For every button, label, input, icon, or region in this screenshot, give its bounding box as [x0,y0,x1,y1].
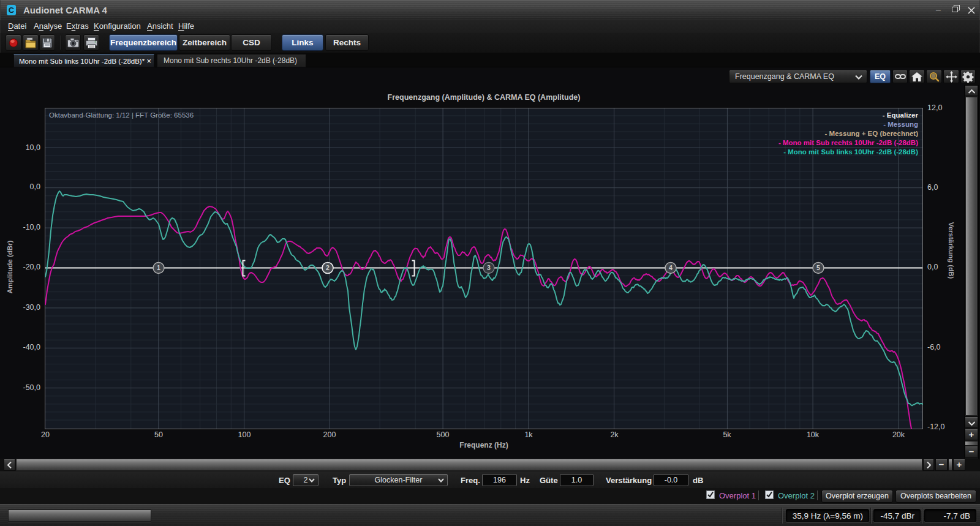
svg-text:- Messung + EQ (berechnet): - Messung + EQ (berechnet) [825,130,919,137]
svg-text:Oktavband-Glättung: 1/12 | FFT: Oktavband-Glättung: 1/12 | FFT Größe: 65… [49,111,194,119]
svg-text:1: 1 [157,264,160,271]
svg-text:2: 2 [326,264,330,271]
svg-text:4: 4 [669,264,673,271]
svg-text:- Messung: - Messung [883,121,918,128]
svg-text:- Mono mit Sub rechts 10Uhr -2: - Mono mit Sub rechts 10Uhr -2dB (-28dB) [778,139,918,146]
svg-text:3: 3 [487,264,491,271]
svg-text:- Mono mit Sub links 10Uhr -2d: - Mono mit Sub links 10Uhr -2dB (-28dB) [783,148,918,156]
svg-text:- Equalizer: - Equalizer [883,111,919,119]
svg-text:5: 5 [816,264,820,271]
